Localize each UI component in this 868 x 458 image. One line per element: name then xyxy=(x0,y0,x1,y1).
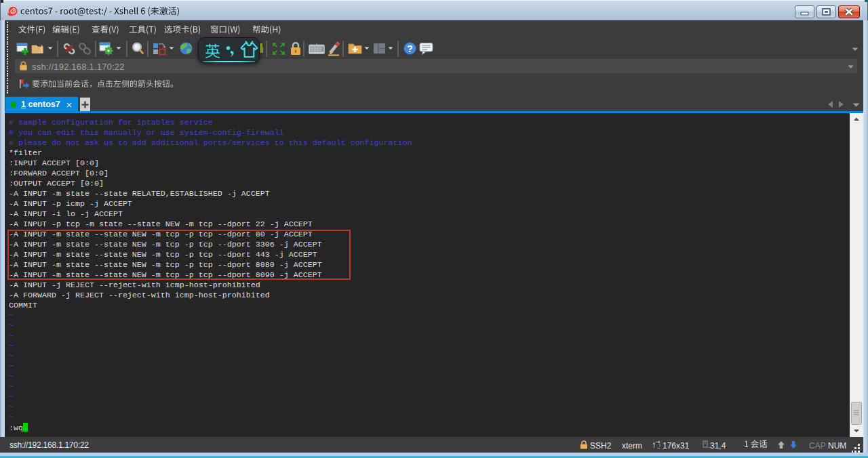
svg-text:?: ? xyxy=(407,43,413,54)
